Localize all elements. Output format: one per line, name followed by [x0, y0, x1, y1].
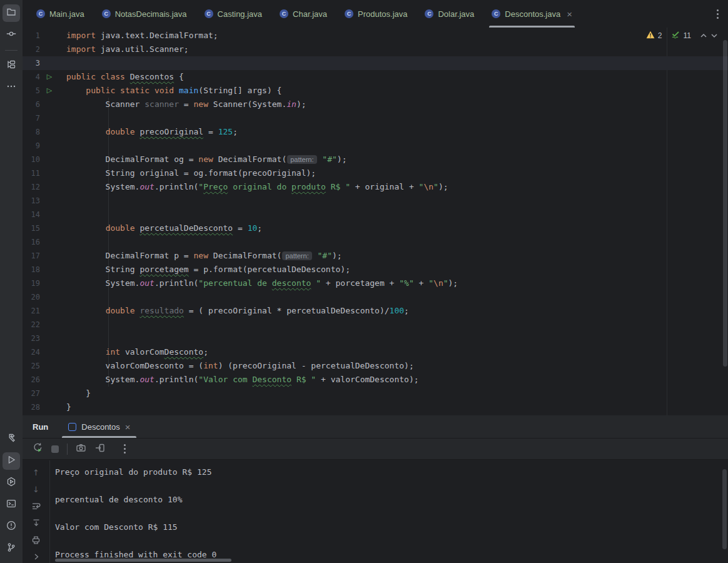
- code-text: int valorComDesconto;: [59, 345, 728, 359]
- code-token: desconto: [272, 278, 311, 288]
- line-number: 17: [23, 249, 40, 263]
- editor-scrollbar[interactable]: [723, 40, 727, 367]
- line-number: 9: [23, 139, 40, 153]
- console-horizontal-scrollbar[interactable]: [55, 559, 231, 562]
- code-text: [59, 318, 728, 332]
- git-tool-button[interactable]: [3, 540, 20, 557]
- tab-dolar-java[interactable]: CDolar.java: [416, 0, 483, 28]
- prev-trace-up-arrow-icon[interactable]: ↑: [33, 467, 39, 478]
- run-tab-label: Descontos: [81, 422, 119, 432]
- console-options-kebab-icon[interactable]: [114, 444, 135, 454]
- gutter: [40, 373, 59, 387]
- services-tool-button[interactable]: [3, 474, 20, 492]
- gutter: [40, 153, 59, 166]
- code-line-27: 27 }: [23, 387, 728, 400]
- warning-icon: [646, 31, 655, 41]
- rerun-button[interactable]: [33, 442, 43, 455]
- code-text: DecimalFormat p = new DecimalFormat(patt…: [59, 249, 728, 263]
- code-token: precoOriginal: [139, 127, 203, 136]
- code-token: ": [443, 278, 448, 288]
- tab-notasdecimais-java[interactable]: CNotasDecimais.java: [93, 0, 196, 28]
- code-token: "#": [322, 155, 336, 164]
- code-line-26: 26 System.out.println("Valor com Descont…: [23, 373, 728, 387]
- code-text: import java.util.Scanner;: [59, 43, 728, 56]
- gutter: [40, 359, 59, 373]
- console-area[interactable]: ↑ ↓ Preço original do produto R$ 125 per…: [23, 460, 728, 563]
- line-number: 5: [23, 84, 40, 98]
- tab-produtos-java[interactable]: CProdutos.java: [336, 0, 417, 28]
- close-icon[interactable]: ×: [125, 422, 131, 432]
- attach-console-button[interactable]: [94, 443, 105, 455]
- more-tools-button[interactable]: [3, 79, 20, 96]
- problems-tool-button[interactable]: [3, 518, 20, 535]
- code-token: .println(: [154, 182, 198, 191]
- gutter: [40, 111, 59, 125]
- tab-descontos-java[interactable]: CDescontos.java×: [483, 0, 581, 28]
- console-line: [55, 534, 216, 548]
- next-trace-down-arrow-icon[interactable]: ↓: [33, 484, 39, 495]
- code-text: [59, 56, 728, 70]
- commit-tool-button[interactable]: [3, 26, 20, 44]
- code-token: ;: [404, 306, 409, 315]
- structure-icon: [6, 59, 16, 72]
- tab-options-kebab-icon[interactable]: [707, 9, 728, 19]
- run-panel-title: Run: [23, 422, 61, 432]
- stop-button[interactable]: [51, 445, 59, 453]
- code-token: [313, 251, 318, 260]
- code-line-16: 16: [23, 235, 728, 249]
- code-text: System.out.println("Valor com Desconto R…: [59, 373, 728, 387]
- run-tab-descontos[interactable]: Descontos ×: [61, 415, 138, 438]
- code-token: Descontos: [130, 72, 174, 81]
- run-gutter-icon[interactable]: ▷: [40, 84, 59, 98]
- scroll-to-end-icon[interactable]: [32, 517, 41, 529]
- terminal-tool-button[interactable]: [3, 496, 20, 514]
- code-token: Scanner(System.: [208, 99, 286, 109]
- line-number: 2: [23, 43, 40, 56]
- console-output: Preço original do produto R$ 125 percent…: [55, 465, 216, 562]
- code-token: main: [179, 86, 198, 95]
- code-token: );: [438, 182, 448, 191]
- code-text: DecimalFormat og = new DecimalFormat(pat…: [59, 153, 728, 166]
- tab-main-java[interactable]: CMain.java: [28, 0, 93, 28]
- structure-tool-button[interactable]: [3, 57, 20, 74]
- code-text: valorComDesconto = (int) (precoOriginal …: [59, 359, 728, 373]
- soft-wrap-icon[interactable]: [31, 500, 41, 512]
- close-icon[interactable]: ×: [567, 9, 572, 19]
- run-icon: [6, 455, 16, 467]
- expand-chevron-right-icon[interactable]: [33, 551, 40, 562]
- tab-casting-java[interactable]: CCasting.java: [196, 0, 271, 28]
- code-text: [59, 332, 728, 345]
- run-gutter-icon[interactable]: ▷: [40, 70, 59, 84]
- code-token: new: [194, 251, 208, 260]
- console-vertical-scrollbar[interactable]: [722, 469, 727, 549]
- tab-label: Casting.java: [218, 9, 263, 19]
- code-token: +: [414, 278, 428, 288]
- project-tool-button[interactable]: [3, 4, 20, 22]
- gutter: [40, 98, 59, 111]
- print-icon[interactable]: [31, 534, 41, 545]
- code-token: out: [139, 182, 154, 191]
- run-toolbar: [23, 439, 728, 460]
- code-token: .println(: [154, 278, 198, 288]
- code-editor[interactable]: 1import java.text.DecimalFormat;2import …: [23, 28, 728, 415]
- code-token: "#": [318, 251, 332, 260]
- console-line: percentual de desconto 10%: [55, 493, 216, 507]
- git-branch-icon: [6, 542, 16, 555]
- console-line: [55, 507, 216, 520]
- run-tool-button[interactable]: [3, 452, 20, 470]
- build-tool-button[interactable]: [3, 430, 20, 448]
- next-problem-chevron-down-icon[interactable]: [710, 31, 718, 40]
- gutter: [40, 166, 59, 180]
- class-icon: C: [36, 9, 45, 18]
- code-line-5: 5▷ public static void main(String[] args…: [23, 84, 728, 98]
- thread-dump-button[interactable]: [76, 443, 86, 455]
- code-text: public static void main(String[] args) {: [59, 84, 728, 98]
- inspections-widget[interactable]: 2 11: [646, 30, 718, 41]
- line-number: 23: [23, 332, 40, 345]
- line-number: 11: [23, 166, 40, 180]
- tab-char-java[interactable]: CChar.java: [271, 0, 336, 28]
- gutter: [40, 263, 59, 276]
- code-token: [66, 306, 106, 315]
- prev-problem-chevron-up-icon[interactable]: [700, 31, 707, 40]
- tab-label: Descontos.java: [505, 9, 560, 19]
